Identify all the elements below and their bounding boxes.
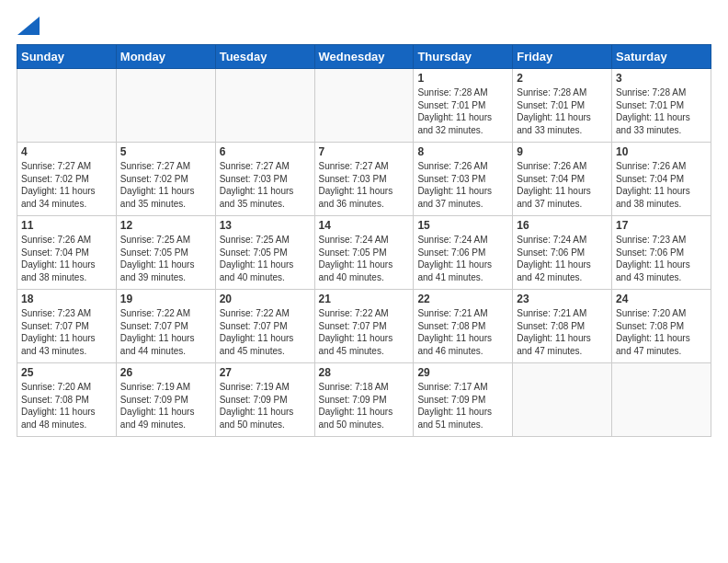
day-cell — [116, 69, 215, 143]
day-number: 5 — [120, 145, 211, 158]
day-number: 7 — [319, 145, 410, 158]
day-number: 14 — [319, 219, 410, 232]
logo — [17, 17, 40, 35]
day-info: Sunrise: 7:25 AM Sunset: 7:05 PM Dayligh… — [220, 234, 311, 283]
week-row-1: 4Sunrise: 7:27 AM Sunset: 7:02 PM Daylig… — [17, 143, 711, 216]
day-info: Sunrise: 7:26 AM Sunset: 7:04 PM Dayligh… — [517, 160, 608, 210]
day-cell: 22Sunrise: 7:21 AM Sunset: 7:08 PM Dayli… — [414, 290, 513, 363]
day-info: Sunrise: 7:27 AM Sunset: 7:02 PM Dayligh… — [120, 160, 211, 210]
day-info: Sunrise: 7:24 AM Sunset: 7:06 PM Dayligh… — [417, 234, 508, 283]
day-cell: 4Sunrise: 7:27 AM Sunset: 7:02 PM Daylig… — [17, 143, 117, 216]
week-row-0: 1Sunrise: 7:28 AM Sunset: 7:01 PM Daylig… — [17, 69, 711, 143]
day-number: 8 — [417, 145, 508, 158]
day-info: Sunrise: 7:19 AM Sunset: 7:09 PM Dayligh… — [120, 381, 211, 431]
day-number: 17 — [616, 219, 707, 232]
day-info: Sunrise: 7:24 AM Sunset: 7:06 PM Dayligh… — [517, 234, 608, 283]
day-number: 26 — [120, 366, 211, 379]
col-header-monday: Monday — [116, 45, 215, 69]
day-cell: 13Sunrise: 7:25 AM Sunset: 7:05 PM Dayli… — [215, 216, 314, 290]
day-cell — [17, 69, 117, 143]
day-number: 20 — [220, 293, 311, 305]
day-info: Sunrise: 7:22 AM Sunset: 7:07 PM Dayligh… — [120, 307, 211, 357]
day-number: 3 — [616, 72, 707, 85]
page: SundayMondayTuesdayWednesdayThursdayFrid… — [0, 0, 728, 446]
day-cell: 23Sunrise: 7:21 AM Sunset: 7:08 PM Dayli… — [513, 290, 612, 363]
day-info: Sunrise: 7:27 AM Sunset: 7:03 PM Dayligh… — [319, 160, 410, 210]
day-cell: 10Sunrise: 7:26 AM Sunset: 7:04 PM Dayli… — [612, 143, 711, 216]
day-cell — [513, 363, 612, 437]
day-info: Sunrise: 7:19 AM Sunset: 7:09 PM Dayligh… — [220, 381, 311, 431]
day-info: Sunrise: 7:22 AM Sunset: 7:07 PM Dayligh… — [319, 307, 410, 357]
day-info: Sunrise: 7:28 AM Sunset: 7:01 PM Dayligh… — [517, 86, 608, 136]
col-header-friday: Friday — [513, 45, 612, 69]
day-cell: 20Sunrise: 7:22 AM Sunset: 7:07 PM Dayli… — [215, 290, 314, 363]
day-number: 28 — [319, 366, 410, 379]
col-header-sunday: Sunday — [17, 45, 117, 69]
day-cell: 27Sunrise: 7:19 AM Sunset: 7:09 PM Dayli… — [215, 363, 314, 437]
day-info: Sunrise: 7:25 AM Sunset: 7:05 PM Dayligh… — [120, 234, 211, 283]
day-info: Sunrise: 7:22 AM Sunset: 7:07 PM Dayligh… — [220, 307, 311, 357]
day-number: 13 — [220, 219, 311, 232]
day-number: 25 — [21, 366, 112, 379]
day-info: Sunrise: 7:28 AM Sunset: 7:01 PM Dayligh… — [616, 86, 707, 136]
week-row-4: 25Sunrise: 7:20 AM Sunset: 7:08 PM Dayli… — [17, 363, 711, 437]
day-cell — [612, 363, 711, 437]
day-cell: 25Sunrise: 7:20 AM Sunset: 7:08 PM Dayli… — [17, 363, 117, 437]
day-info: Sunrise: 7:27 AM Sunset: 7:02 PM Dayligh… — [21, 160, 112, 210]
day-cell — [215, 69, 314, 143]
day-info: Sunrise: 7:20 AM Sunset: 7:08 PM Dayligh… — [21, 381, 112, 431]
col-header-tuesday: Tuesday — [215, 45, 314, 69]
day-number: 29 — [417, 366, 508, 379]
day-cell: 29Sunrise: 7:17 AM Sunset: 7:09 PM Dayli… — [414, 363, 513, 437]
day-info: Sunrise: 7:23 AM Sunset: 7:06 PM Dayligh… — [616, 234, 707, 283]
day-number: 9 — [517, 145, 608, 158]
day-info: Sunrise: 7:26 AM Sunset: 7:03 PM Dayligh… — [417, 160, 508, 210]
day-cell: 1Sunrise: 7:28 AM Sunset: 7:01 PM Daylig… — [414, 69, 513, 143]
day-cell: 19Sunrise: 7:22 AM Sunset: 7:07 PM Dayli… — [116, 290, 215, 363]
day-info: Sunrise: 7:28 AM Sunset: 7:01 PM Dayligh… — [417, 86, 508, 136]
day-cell: 26Sunrise: 7:19 AM Sunset: 7:09 PM Dayli… — [116, 363, 215, 437]
day-cell: 15Sunrise: 7:24 AM Sunset: 7:06 PM Dayli… — [414, 216, 513, 290]
day-info: Sunrise: 7:27 AM Sunset: 7:03 PM Dayligh… — [220, 160, 311, 210]
calendar: SundayMondayTuesdayWednesdayThursdayFrid… — [17, 44, 711, 437]
day-number: 4 — [21, 145, 112, 158]
day-number: 23 — [517, 293, 608, 305]
day-cell: 28Sunrise: 7:18 AM Sunset: 7:09 PM Dayli… — [314, 363, 414, 437]
day-info: Sunrise: 7:17 AM Sunset: 7:09 PM Dayligh… — [417, 381, 508, 431]
day-number: 10 — [616, 145, 707, 158]
day-cell — [314, 69, 414, 143]
svg-marker-0 — [17, 17, 40, 35]
day-number: 19 — [120, 293, 211, 305]
day-cell: 14Sunrise: 7:24 AM Sunset: 7:05 PM Dayli… — [314, 216, 414, 290]
day-number: 15 — [417, 219, 508, 232]
day-number: 18 — [21, 293, 112, 305]
week-row-3: 18Sunrise: 7:23 AM Sunset: 7:07 PM Dayli… — [17, 290, 711, 363]
day-cell: 24Sunrise: 7:20 AM Sunset: 7:08 PM Dayli… — [612, 290, 711, 363]
day-number: 24 — [616, 293, 707, 305]
day-cell: 18Sunrise: 7:23 AM Sunset: 7:07 PM Dayli… — [17, 290, 117, 363]
header — [17, 17, 711, 35]
day-cell: 7Sunrise: 7:27 AM Sunset: 7:03 PM Daylig… — [314, 143, 414, 216]
day-info: Sunrise: 7:23 AM Sunset: 7:07 PM Dayligh… — [21, 307, 112, 357]
day-info: Sunrise: 7:21 AM Sunset: 7:08 PM Dayligh… — [417, 307, 508, 357]
day-cell: 9Sunrise: 7:26 AM Sunset: 7:04 PM Daylig… — [513, 143, 612, 216]
day-number: 2 — [517, 72, 608, 85]
col-header-thursday: Thursday — [414, 45, 513, 69]
day-cell: 6Sunrise: 7:27 AM Sunset: 7:03 PM Daylig… — [215, 143, 314, 216]
day-info: Sunrise: 7:18 AM Sunset: 7:09 PM Dayligh… — [319, 381, 410, 431]
day-info: Sunrise: 7:26 AM Sunset: 7:04 PM Dayligh… — [616, 160, 707, 210]
day-number: 21 — [319, 293, 410, 305]
day-number: 12 — [120, 219, 211, 232]
col-header-saturday: Saturday — [612, 45, 711, 69]
day-number: 22 — [417, 293, 508, 305]
day-cell: 3Sunrise: 7:28 AM Sunset: 7:01 PM Daylig… — [612, 69, 711, 143]
day-cell: 8Sunrise: 7:26 AM Sunset: 7:03 PM Daylig… — [414, 143, 513, 216]
week-row-2: 11Sunrise: 7:26 AM Sunset: 7:04 PM Dayli… — [17, 216, 711, 290]
day-cell: 17Sunrise: 7:23 AM Sunset: 7:06 PM Dayli… — [612, 216, 711, 290]
day-number: 16 — [517, 219, 608, 232]
day-number: 6 — [220, 145, 311, 158]
day-info: Sunrise: 7:21 AM Sunset: 7:08 PM Dayligh… — [517, 307, 608, 357]
col-header-wednesday: Wednesday — [314, 45, 414, 69]
day-info: Sunrise: 7:26 AM Sunset: 7:04 PM Dayligh… — [21, 234, 112, 283]
logo-icon — [17, 17, 40, 35]
